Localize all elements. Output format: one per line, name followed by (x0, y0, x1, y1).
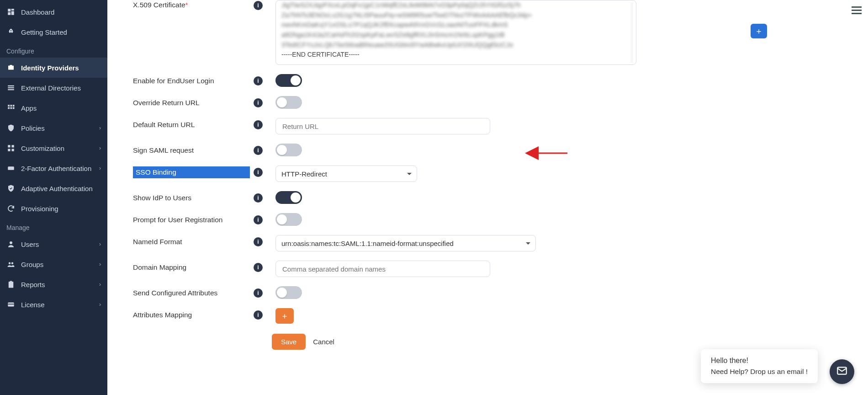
svg-rect-26 (8, 304, 14, 305)
add-certificate-button[interactable]: ＋ (751, 24, 767, 38)
sidebar-item-label: Getting Started (21, 28, 67, 36)
cancel-button[interactable]: Cancel (313, 338, 334, 346)
sidebar-item-label: Adaptive Authentication (21, 185, 93, 192)
sidebar-item-label: Reports (21, 281, 45, 288)
nameid-format-select[interactable]: urn:oasis:names:tc:SAML:1.1:nameid-forma… (275, 235, 536, 251)
main-content: X.509 Certificate* i JigTtwS2XJqyPXcxLpO… (107, 0, 868, 395)
info-icon[interactable]: i (254, 215, 263, 224)
sidebar-item-label: Identity Providers (21, 64, 79, 72)
card-icon (6, 300, 16, 309)
svg-rect-7 (8, 87, 14, 88)
info-icon[interactable]: i (254, 288, 263, 298)
sidebar-item-reports[interactable]: Reports › (0, 274, 107, 294)
group-icon (6, 260, 16, 269)
info-icon[interactable]: i (254, 146, 263, 155)
customize-icon (6, 144, 16, 153)
chevron-right-icon: › (99, 145, 101, 151)
sidebar-item-external-directories[interactable]: External Directories (0, 78, 107, 98)
save-button[interactable]: Save (272, 334, 306, 350)
svg-rect-12 (8, 107, 10, 109)
sidebar-item-label: Policies (21, 124, 45, 132)
sidebar-item-customization[interactable]: Customization › (0, 138, 107, 158)
toggle-override-return[interactable] (275, 96, 302, 109)
svg-point-21 (9, 262, 11, 265)
toggle-enable-enduser[interactable] (275, 74, 302, 87)
dashboard-icon (6, 7, 16, 16)
plus-icon: ＋ (755, 26, 763, 37)
svg-rect-10 (11, 105, 12, 107)
sidebar-item-label: Users (21, 240, 39, 248)
chat-button[interactable] (830, 359, 854, 384)
svg-rect-14 (13, 107, 15, 109)
label-prompt-reg: Prompt for User Registration (133, 213, 250, 224)
info-icon[interactable]: i (254, 168, 263, 177)
rocket-icon (6, 27, 16, 37)
svg-rect-9 (8, 105, 10, 107)
info-icon[interactable]: i (254, 310, 263, 320)
svg-point-20 (10, 241, 12, 244)
chevron-right-icon: › (99, 281, 101, 288)
sidebar-item-getting-started[interactable]: Getting Started (0, 22, 107, 42)
x509-certificate-textarea[interactable]: JigTtwS2XJqyPXcxLpOqFx1jpC1nWqfE2xL8oM9b… (275, 0, 636, 65)
sidebar-item-license[interactable]: License › (0, 294, 107, 315)
sidebar-item-adaptive-auth[interactable]: Adaptive Authentication (0, 178, 107, 198)
svg-point-4 (11, 30, 11, 31)
toggle-prompt-reg[interactable] (275, 213, 302, 226)
sidebar-item-label: Provisioning (21, 205, 58, 213)
sidebar-item-users[interactable]: Users › (0, 234, 107, 254)
sidebar-item-label: Groups (21, 261, 43, 268)
svg-rect-18 (12, 149, 14, 151)
menu-toggle-button[interactable] (852, 5, 862, 16)
sidebar-item-label: Dashboard (21, 8, 54, 16)
info-icon[interactable]: i (254, 1, 263, 10)
label-show-idp: Show IdP to Users (133, 191, 250, 202)
add-attribute-mapping-button[interactable]: ＋ (275, 308, 294, 324)
chevron-right-icon: › (99, 301, 101, 308)
info-icon[interactable]: i (254, 263, 263, 272)
sidebar-item-label: License (21, 301, 45, 309)
svg-rect-1 (11, 9, 14, 11)
sso-binding-select[interactable]: HTTP-Redirect (275, 165, 417, 182)
shield-icon (6, 123, 16, 133)
svg-rect-24 (10, 281, 12, 283)
hamburger-icon (852, 6, 862, 8)
info-icon[interactable]: i (254, 98, 263, 107)
sidebar-item-groups[interactable]: Groups › (0, 254, 107, 274)
sidebar-item-policies[interactable]: Policies › (0, 118, 107, 138)
info-icon[interactable]: i (254, 193, 263, 203)
svg-rect-3 (8, 12, 11, 15)
chat-popup: Hello there! Need Help? Drop us an email… (701, 349, 818, 383)
default-return-url-input[interactable] (275, 118, 490, 134)
identity-icon (6, 63, 16, 72)
sidebar-item-two-factor[interactable]: 2-Factor Authentication › (0, 158, 107, 178)
svg-rect-5 (8, 66, 14, 70)
apps-icon (6, 103, 16, 112)
info-icon[interactable]: i (254, 120, 263, 129)
domain-mapping-input[interactable] (275, 261, 490, 277)
mail-icon (836, 365, 848, 379)
label-default-return: Default Return URL (133, 118, 250, 129)
toggle-show-idp[interactable] (275, 191, 302, 204)
svg-rect-16 (12, 145, 14, 147)
sidebar-item-label: External Directories (21, 84, 81, 92)
svg-rect-8 (8, 89, 14, 90)
toggle-sign-saml[interactable] (275, 144, 302, 156)
user-icon (6, 240, 16, 249)
svg-rect-15 (8, 145, 10, 147)
two-factor-icon (6, 164, 16, 173)
sidebar-item-dashboard[interactable]: Dashboard (0, 2, 107, 22)
label-override-return: Override Return URL (133, 96, 250, 107)
label-attr-mapping: Attributes Mapping (133, 308, 250, 319)
sidebar-item-provisioning[interactable]: Provisioning (0, 198, 107, 219)
sidebar-item-identity-providers[interactable]: Identity Providers (0, 58, 107, 78)
label-nameid: NameId Format (133, 235, 250, 246)
info-icon[interactable]: i (254, 237, 263, 246)
svg-rect-17 (8, 149, 10, 151)
svg-rect-19 (8, 166, 14, 170)
sidebar-item-apps[interactable]: Apps (0, 98, 107, 118)
chat-greeting: Hello there! (711, 357, 808, 365)
info-icon[interactable]: i (254, 76, 263, 85)
sidebar-section-manage: Manage (0, 219, 107, 234)
chevron-right-icon: › (99, 125, 101, 131)
toggle-send-attrs[interactable] (275, 286, 302, 299)
